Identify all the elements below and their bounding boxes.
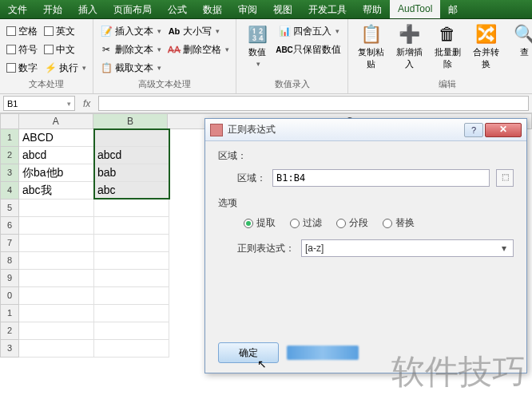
tab-insert[interactable]: 插入 xyxy=(70,0,105,18)
cell-a2[interactable]: abcd xyxy=(19,147,94,164)
chk-chinese[interactable]: 中文 xyxy=(42,41,88,58)
delete-text-icon: ✂ xyxy=(100,43,113,56)
cell[interactable] xyxy=(19,287,94,305)
tab-audtool[interactable]: AudTool xyxy=(390,0,440,18)
chk-symbol[interactable]: 符号 xyxy=(5,41,39,58)
delete-icon: 🗑 xyxy=(435,24,460,45)
row-header-12[interactable]: 2 xyxy=(0,322,19,340)
tab-file[interactable]: 文件 xyxy=(0,0,35,18)
keep-number-button[interactable]: ABC只保留数值 xyxy=(276,41,343,58)
col-header-b[interactable]: B xyxy=(93,113,168,129)
row-header-4[interactable]: 4 xyxy=(0,182,19,200)
row-header-6[interactable]: 6 xyxy=(0,217,19,235)
regex-combo[interactable]: [a-z] ▾ xyxy=(301,239,514,257)
batch-delete-button[interactable]: 🗑批量删除 xyxy=(430,22,465,72)
tab-data[interactable]: 数据 xyxy=(195,0,230,18)
region-label: 区域： xyxy=(237,172,266,185)
formula-input[interactable] xyxy=(98,96,529,111)
cell[interactable] xyxy=(19,340,94,358)
extract-text-icon: 📋 xyxy=(100,61,113,74)
case-button[interactable]: Ab大小写▾ xyxy=(166,22,231,40)
cell[interactable] xyxy=(19,200,94,217)
cell[interactable] xyxy=(19,270,94,287)
region-input[interactable] xyxy=(272,169,490,187)
cell[interactable] xyxy=(94,252,169,270)
cell-b3[interactable]: bab xyxy=(94,164,169,182)
cell[interactable] xyxy=(19,235,94,252)
tab-formula[interactable]: 公式 xyxy=(160,0,195,18)
cell[interactable] xyxy=(94,200,169,217)
cell[interactable] xyxy=(94,340,169,358)
cell-b2[interactable]: abcd xyxy=(94,147,169,164)
select-all-corner[interactable] xyxy=(0,113,19,129)
delete-text-button[interactable]: ✂删除文本▾ xyxy=(98,41,163,58)
row-header-7[interactable]: 7 xyxy=(0,235,19,252)
cell[interactable] xyxy=(94,305,169,322)
row-header-10[interactable]: 0 xyxy=(0,287,19,305)
cell[interactable] xyxy=(19,252,94,270)
tab-dev[interactable]: 开发工具 xyxy=(300,0,355,18)
find-button[interactable]: 🔍查 xyxy=(506,22,532,72)
cell[interactable] xyxy=(94,235,169,252)
dialog-help-button[interactable]: ? xyxy=(464,123,483,137)
paste-icon: 📋 xyxy=(358,24,383,45)
row-header-13[interactable]: 3 xyxy=(0,340,19,358)
merge-convert-button[interactable]: 🔀合并转换 xyxy=(468,22,503,72)
execute-button[interactable]: ⚡执行▾ xyxy=(42,59,88,77)
radio-extract[interactable]: 提取 xyxy=(244,216,276,230)
tab-home[interactable]: 开始 xyxy=(35,0,70,18)
regex-label: 正则表达式： xyxy=(237,242,295,255)
cell-a3[interactable]: 你ba他b xyxy=(19,164,94,182)
row-header-2[interactable]: 2 xyxy=(0,147,19,164)
chevron-down-icon[interactable]: ▾ xyxy=(498,243,510,254)
tab-mail[interactable]: 邮 xyxy=(440,0,466,18)
cell-b1[interactable] xyxy=(94,129,169,147)
tab-review[interactable]: 审阅 xyxy=(230,0,265,18)
cell[interactable] xyxy=(19,217,94,235)
cell[interactable] xyxy=(94,322,169,340)
group-text-label: 文本处理 xyxy=(5,77,88,90)
dialog-close-button[interactable]: ✕ xyxy=(485,123,522,137)
cell-a4[interactable]: abc我 xyxy=(19,182,94,200)
radio-replace[interactable]: 替换 xyxy=(383,216,415,230)
radio-filter[interactable]: 过滤 xyxy=(290,216,322,230)
number-button[interactable]: 🔢 数值▾ xyxy=(241,22,273,69)
row-header-9[interactable]: 9 xyxy=(0,270,19,287)
round-button[interactable]: 📊四舍五入▾ xyxy=(276,22,343,40)
dialog-titlebar[interactable]: 正则表达式 ? ✕ xyxy=(205,119,526,141)
insert-text-button[interactable]: 📝插入文本▾ xyxy=(98,22,163,40)
cell[interactable] xyxy=(19,322,94,340)
region-section-label: 区域： xyxy=(218,149,514,163)
tab-layout[interactable]: 页面布局 xyxy=(105,0,160,18)
regex-dialog: 正则表达式 ? ✕ 区域： 区域： ⬚ 选项 提取 过滤 分段 xyxy=(204,118,527,373)
cell-a1[interactable]: ABCD xyxy=(19,129,94,147)
row-header-3[interactable]: 3 xyxy=(0,164,19,182)
chk-number[interactable]: 数字 xyxy=(5,59,39,77)
tab-help[interactable]: 帮助 xyxy=(355,0,390,18)
radio-segment[interactable]: 分段 xyxy=(336,216,368,230)
tab-view[interactable]: 视图 xyxy=(265,0,300,18)
trim-space-button[interactable]: A̶A̶删除空格▾ xyxy=(166,41,231,58)
region-ref-button[interactable]: ⬚ xyxy=(496,169,514,187)
row-header-11[interactable]: 1 xyxy=(0,305,19,322)
ribbon-tabs: 文件 开始 插入 页面布局 公式 数据 审阅 视图 开发工具 帮助 AudToo… xyxy=(0,0,532,19)
chk-english[interactable]: 英文 xyxy=(42,22,88,40)
copy-paste-button[interactable]: 📋复制粘贴 xyxy=(353,22,388,72)
cell-b4[interactable]: abc xyxy=(94,182,169,200)
cell[interactable] xyxy=(94,270,169,287)
cell[interactable] xyxy=(94,217,169,235)
row-header-1[interactable]: 1 xyxy=(0,129,19,147)
row-header-5[interactable]: 5 xyxy=(0,200,19,217)
name-box[interactable]: B1▾ xyxy=(3,96,75,111)
cell[interactable] xyxy=(19,305,94,322)
group-advtext-label: 高级文本处理 xyxy=(98,77,231,90)
cell[interactable] xyxy=(94,287,169,305)
col-header-a[interactable]: A xyxy=(19,113,93,129)
fx-icon[interactable]: fx xyxy=(78,98,95,109)
chk-space[interactable]: 空格 xyxy=(5,22,39,40)
add-insert-button[interactable]: ➕新增插入 xyxy=(391,22,427,72)
ok-button[interactable]: 确定 ↖ xyxy=(218,342,279,363)
row-header-8[interactable]: 8 xyxy=(0,252,19,270)
extract-text-button[interactable]: 📋截取文本▾ xyxy=(98,59,163,77)
find-icon: 🔍 xyxy=(511,24,532,45)
